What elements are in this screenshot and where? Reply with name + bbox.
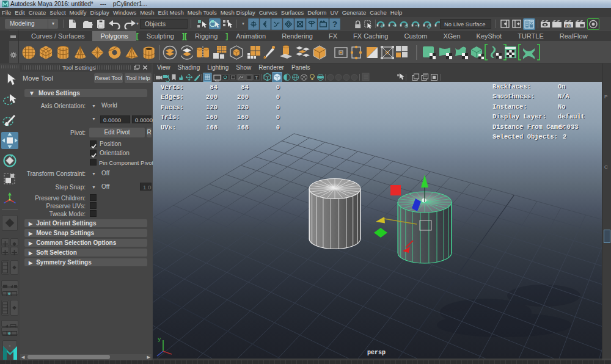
svg-text:Faces:: Faces: [161, 104, 184, 111]
svg-text:0: 0 [276, 84, 280, 91]
svg-text:Verts:: Verts: [161, 84, 184, 91]
svg-text:y: y [158, 337, 161, 343]
svg-text:6.033: 6.033 [559, 123, 579, 131]
svg-text:persp: persp [367, 349, 386, 356]
svg-text:Backfaces:: Backfaces: [492, 83, 531, 90]
svg-text:Distance From Camer: Distance From Camer [492, 123, 566, 131]
svg-text:T: T [255, 75, 258, 81]
svg-text:160: 160 [206, 114, 218, 121]
svg-text:0: 0 [276, 114, 280, 121]
svg-text:N/A: N/A [558, 93, 570, 100]
svg-text:84: 84 [210, 84, 218, 91]
svg-text:Smoothness:: Smoothness: [492, 93, 535, 100]
svg-text:84: 84 [241, 84, 249, 91]
svg-text:Display Layer:: Display Layer: [492, 113, 546, 120]
svg-text:default: default [558, 113, 585, 120]
svg-text:200: 200 [237, 93, 249, 101]
svg-text:120: 120 [206, 104, 218, 111]
svg-text:UVs:: UVs: [161, 124, 176, 131]
svg-text:Edges:: Edges: [161, 93, 184, 101]
svg-text:0: 0 [276, 124, 280, 131]
svg-text:Selected Objects:: Selected Objects: [492, 133, 558, 140]
svg-text:168: 168 [206, 124, 218, 131]
svg-text:Instance:: Instance: [492, 103, 527, 111]
svg-text:160: 160 [237, 114, 249, 121]
svg-text:Tris:: Tris: [161, 114, 180, 121]
svg-text:On: On [558, 83, 566, 90]
svg-text:200: 200 [206, 93, 218, 101]
svg-text:2: 2 [563, 133, 566, 140]
svg-text:0: 0 [276, 104, 280, 111]
svg-text:IPR: IPR [565, 24, 571, 27]
svg-text:168: 168 [237, 124, 249, 131]
svg-text:No: No [558, 103, 566, 111]
svg-text:120: 120 [237, 104, 249, 111]
svg-text:0: 0 [276, 93, 280, 101]
